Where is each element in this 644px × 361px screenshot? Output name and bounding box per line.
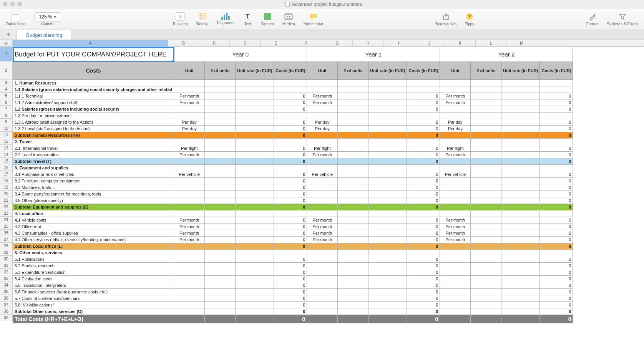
cell[interactable] [471, 315, 501, 323]
cell[interactable] [501, 263, 540, 269]
cell[interactable]: 0 [274, 263, 307, 269]
cell[interactable]: 0 [540, 197, 573, 204]
cell[interactable] [471, 119, 501, 126]
cell[interactable] [307, 178, 338, 184]
cell[interactable] [205, 282, 236, 289]
cell[interactable] [205, 263, 236, 269]
cell[interactable] [236, 237, 274, 243]
cell[interactable] [440, 204, 471, 210]
cell[interactable]: Per month [307, 230, 338, 237]
row-header[interactable]: 28 [0, 243, 13, 249]
cell[interactable]: 0 [540, 178, 573, 184]
cell[interactable] [205, 256, 236, 263]
cell[interactable] [205, 308, 236, 315]
cell[interactable] [440, 139, 471, 145]
cell[interactable] [236, 204, 274, 210]
cell[interactable] [338, 132, 368, 139]
cell[interactable] [174, 197, 205, 204]
cell[interactable] [174, 139, 205, 145]
row-header[interactable]: 9 [0, 119, 13, 125]
cell[interactable] [501, 106, 540, 113]
cell[interactable]: 0 [407, 119, 440, 126]
cell[interactable] [205, 126, 236, 132]
row-header[interactable]: 34 [0, 282, 13, 288]
row-header[interactable]: 20 [0, 190, 13, 197]
cell[interactable]: 0 [274, 171, 307, 178]
cell[interactable] [205, 210, 236, 217]
row-header[interactable]: 26 [0, 230, 13, 236]
cell[interactable]: 0 [540, 256, 573, 263]
cell[interactable]: 0 [274, 184, 307, 191]
cell[interactable]: Per day [174, 119, 205, 126]
cell[interactable] [501, 158, 540, 165]
cell[interactable] [236, 184, 274, 191]
cell[interactable] [471, 197, 501, 204]
cell[interactable] [205, 132, 236, 139]
cell[interactable]: 5.4 Evaluation costs [13, 276, 174, 282]
cell[interactable]: 0 [407, 204, 440, 210]
cell[interactable] [205, 184, 236, 191]
cell[interactable]: Unit rate (in EUR) [368, 62, 407, 80]
cell[interactable]: Per month [440, 217, 471, 224]
cell[interactable] [501, 210, 540, 217]
cell[interactable] [174, 86, 205, 93]
cell[interactable]: 0 [540, 308, 573, 315]
chart-button[interactable]: Diagramm [217, 13, 234, 25]
cell[interactable] [174, 204, 205, 210]
cell[interactable] [205, 80, 236, 86]
share-button[interactable]: Bereitstellen [435, 12, 456, 26]
cell[interactable] [501, 99, 540, 106]
cell[interactable]: Per month [440, 93, 471, 99]
cell[interactable] [440, 269, 471, 276]
cell[interactable] [205, 250, 236, 256]
cell[interactable] [471, 295, 501, 302]
cell[interactable] [174, 132, 205, 139]
cell[interactable] [440, 158, 471, 165]
cell[interactable] [174, 165, 205, 171]
row-header[interactable]: 15 [0, 158, 13, 164]
cell[interactable] [440, 210, 471, 217]
cell[interactable] [471, 282, 501, 289]
cell[interactable] [174, 80, 205, 86]
column-header-B[interactable]: B [168, 40, 199, 46]
row-header[interactable]: 38 [0, 308, 13, 315]
sort-filter-button[interactable]: Sortieren & Filtern [607, 12, 638, 26]
cell[interactable] [338, 217, 368, 224]
cell[interactable] [540, 80, 573, 86]
cell[interactable] [236, 210, 274, 217]
column-headers[interactable]: ABCDEFGHIJKLM [0, 40, 644, 47]
cell[interactable] [368, 217, 407, 224]
cell[interactable] [338, 263, 368, 269]
cell[interactable]: Per month [174, 93, 205, 99]
column-header-M[interactable]: M [506, 40, 537, 46]
row-header[interactable]: 16 [0, 164, 13, 171]
cell[interactable]: Per day [307, 126, 338, 132]
cell[interactable]: 1.1.1 Technical [13, 93, 174, 99]
cell[interactable] [368, 237, 407, 243]
cell[interactable] [236, 224, 274, 230]
cell[interactable] [205, 178, 236, 184]
cell[interactable]: 0 [407, 243, 440, 250]
cell[interactable] [205, 139, 236, 145]
cell[interactable] [307, 106, 338, 113]
cell[interactable]: 2.2 Local transportation [13, 152, 174, 158]
cell[interactable] [368, 126, 407, 132]
cell[interactable]: 0 [407, 145, 440, 152]
row-header[interactable]: 39 [0, 315, 13, 321]
cell[interactable] [501, 243, 540, 250]
cell[interactable] [236, 113, 274, 119]
cell[interactable]: 0 [274, 145, 307, 152]
row-header[interactable]: 8 [0, 112, 13, 119]
cell[interactable] [471, 178, 501, 184]
cell[interactable] [338, 184, 368, 191]
cell[interactable] [307, 113, 338, 119]
column-header-K[interactable]: K [445, 40, 476, 46]
cell[interactable] [368, 171, 407, 178]
cell[interactable] [501, 93, 540, 99]
cell[interactable] [407, 80, 440, 86]
row-header[interactable]: 13 [0, 145, 13, 151]
cell[interactable]: Total Costs (HR+T+E+L+O) [13, 315, 174, 323]
cell[interactable]: Per month [307, 224, 338, 230]
cell[interactable] [236, 80, 274, 86]
cell[interactable] [368, 230, 407, 237]
